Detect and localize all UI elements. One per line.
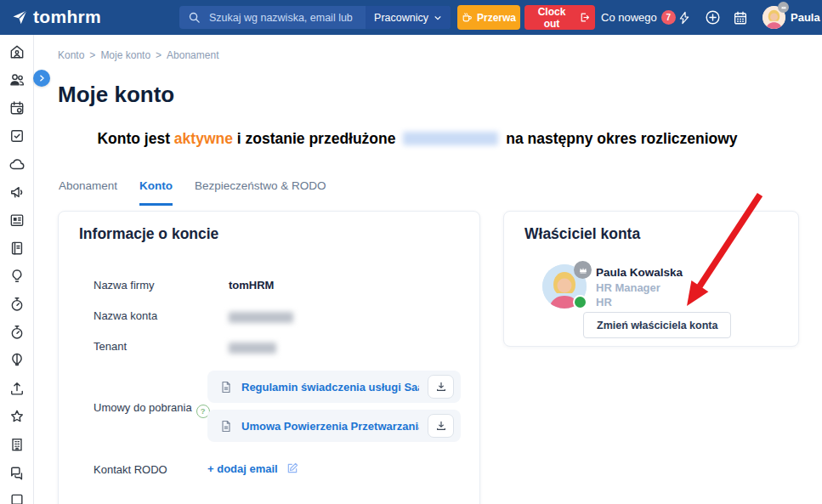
coffee-icon [462,12,473,23]
owner-avatar [542,264,587,309]
star-icon[interactable] [9,408,26,423]
break-button-label: Przerwa [477,12,516,24]
logout-icon [579,12,590,23]
tab-abonament[interactable]: Abonament [59,179,117,206]
building-icon[interactable] [9,436,26,451]
status-suffix: na następny okres rozliczeniowy [506,130,737,147]
timer-icon[interactable] [9,324,26,339]
document-icon [219,380,233,394]
account-info-title: Informacje o koncie [79,225,218,243]
cloud-icon[interactable] [9,156,26,171]
clock-out-label: Clock out [530,6,574,30]
online-status-dot [573,295,587,309]
breadcrumb-separator: > [89,49,95,61]
add-rodo-email-link[interactable]: + dodaj email [207,462,299,475]
account-status: Konto jest aktywne i zostanie przedłużon… [35,130,800,148]
chevron-down-icon [434,14,442,22]
account-name-value-redacted [229,310,293,323]
book-icon[interactable] [9,240,26,255]
upload-icon[interactable] [9,380,26,395]
download-button[interactable] [428,375,454,399]
main-content: Konto > Moje konto > Abonament Moje kont… [35,35,822,504]
status-middle: i zostanie przedłużone [237,130,396,147]
download-button[interactable] [428,414,454,438]
logo-text: tomhrm [33,7,101,27]
edit-icon[interactable] [286,462,299,475]
owner-card-title: Właściciel konta [524,225,640,243]
plus-circle-icon[interactable] [705,0,721,35]
rodo-contact-label: Kontakt RODO [94,463,167,476]
sidebar-expand-button[interactable] [33,70,50,87]
tenant-value-redacted [229,341,276,354]
contract-link[interactable]: Regulamin świadczenia usługi SaaS... [241,381,419,394]
stopwatch-icon[interactable] [9,296,26,311]
status-highlight: aktywne [174,130,233,147]
account-name-label: Nazwa konta [94,309,157,322]
contracts-label: Umowy do pobrania? [94,401,210,418]
device-icon[interactable] [9,492,26,504]
top-header: tomhrm Pracownicy Przerwa Clock out Co n… [0,0,822,35]
whats-new-link[interactable]: Co nowego 7 [601,0,676,35]
owner-department: HR [596,296,612,309]
owner-role: HR Manager [596,281,660,294]
contracts-label-text: Umowy do pobrania [94,401,192,414]
global-search[interactable]: Pracownicy [179,6,451,29]
company-name-label: Nazwa firmy [94,279,155,292]
owner-name: Paula Kowalska [596,266,683,279]
account-owner-card: Właściciel konta Paula Kowalska HR Manag… [503,211,799,347]
tasks-icon[interactable] [9,127,26,143]
whats-new-label: Co nowego [601,11,657,24]
tenant-label: Tenant [94,340,127,353]
breadcrumb-separator: > [156,49,162,61]
add-email-label: + dodaj email [207,462,278,475]
tab-bar: Abonament Konto Bezpieczeństwo & RODO [59,179,326,206]
redacted-date [403,132,498,145]
breadcrumb-abonament[interactable]: Abonament [167,49,218,61]
break-button[interactable]: Przerwa [457,5,520,30]
status-prefix: Konto jest [97,130,170,147]
app-logo[interactable]: tomhrm [11,7,101,27]
page-title: Moje konto [58,82,174,108]
contract-link[interactable]: Umowa Powierzenia Przetwarzania ... [241,420,419,433]
news-icon[interactable] [9,212,26,227]
megaphone-icon[interactable] [9,184,26,199]
contract-row: Regulamin świadczenia usługi SaaS... [207,371,461,403]
schedule-icon[interactable] [9,99,26,115]
user-name: Paula [791,11,820,24]
change-owner-button[interactable]: Zmień właściciela konta [583,312,731,338]
paper-plane-icon [11,8,28,25]
employees-icon[interactable] [9,71,26,87]
crown-icon [574,261,592,279]
balloon-icon[interactable] [9,352,26,367]
user-menu[interactable]: Paula [762,6,820,29]
contract-row: Umowa Powierzenia Przetwarzania ... [207,410,461,442]
breadcrumb-moje-konto[interactable]: Moje konto [100,49,150,61]
user-avatar [762,6,785,29]
home-icon[interactable] [9,43,26,59]
bulb-icon[interactable] [9,268,26,283]
lightning-icon[interactable] [677,0,691,35]
search-scope-label: Pracownicy [374,12,428,24]
search-input[interactable] [207,11,366,25]
account-info-card: Informacje o koncie Nazwa firmy tomHRM N… [58,211,480,504]
crown-icon [778,2,789,13]
search-scope-dropdown[interactable]: Pracownicy [366,6,451,29]
document-icon [219,419,233,433]
clock-out-button[interactable]: Clock out [524,5,595,30]
tab-bezpieczenstwo-rodo[interactable]: Bezpieczeństwo & RODO [195,179,326,206]
breadcrumb-konto[interactable]: Konto [58,49,84,61]
whats-new-badge: 7 [661,10,676,25]
tab-konto[interactable]: Konto [139,179,173,206]
company-name-value: tomHRM [229,279,274,292]
search-icon [188,11,201,24]
calendar-icon[interactable] [733,0,748,35]
chat-icon[interactable] [9,464,26,479]
sidebar-nav [0,35,34,504]
breadcrumb: Konto > Moje konto > Abonament [58,49,218,61]
